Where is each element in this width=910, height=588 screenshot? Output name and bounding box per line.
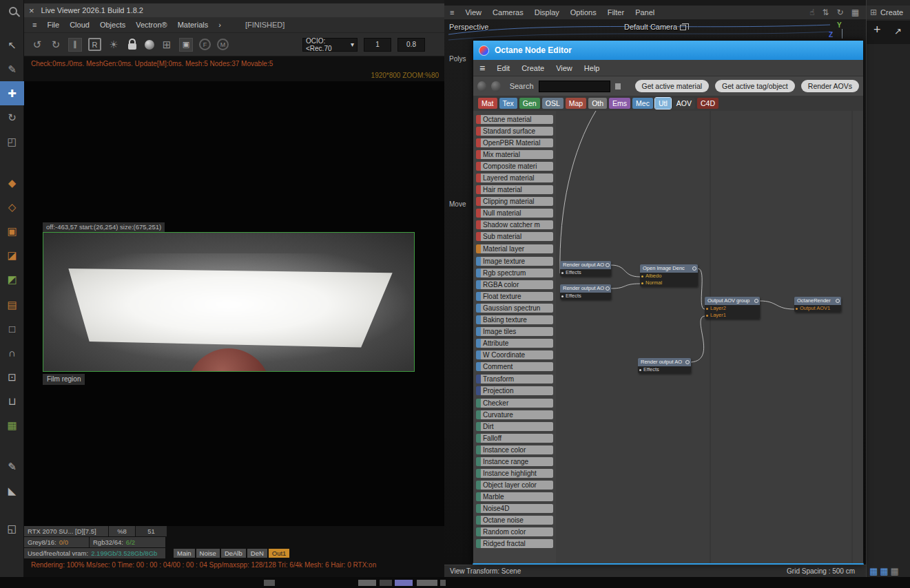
node-editor-menu-view[interactable]: View	[556, 64, 572, 72]
material-ball-icon[interactable]	[145, 40, 154, 50]
pencil-tool[interactable]: ✎	[0, 454, 24, 479]
layout-grid-icon[interactable]: ▦	[869, 566, 878, 576]
tab-mat[interactable]: Mat	[478, 98, 497, 109]
node-type-mix-material[interactable]: Mix material	[476, 150, 553, 159]
tab-osl[interactable]: OSL	[542, 98, 563, 109]
viewport-menu-filter[interactable]: Filter	[608, 8, 624, 17]
arch-object-tool[interactable]: ∩	[0, 341, 24, 365]
ocio-dropdown[interactable]: OCIO:<Rec.70▾	[302, 38, 358, 52]
menu-icon[interactable]: ≡	[32, 21, 37, 29]
material-node-icon[interactable]	[477, 81, 486, 92]
pin-small-tool[interactable]: ◇	[0, 195, 24, 219]
cube-green-object-tool[interactable]: ◩	[0, 267, 24, 291]
dock-item[interactable]	[395, 580, 413, 586]
node-type-openpbr-material[interactable]: OpenPBR Material	[476, 138, 553, 147]
expand-view-button[interactable]: ↗	[894, 26, 902, 36]
pause-icon[interactable]: ∥	[68, 38, 82, 52]
node-type-clipping-material[interactable]: Clipping material	[476, 197, 553, 206]
node-type-baking-texture[interactable]: Baking texture	[476, 315, 553, 324]
node-type-image-tiles[interactable]: Image tiles	[476, 327, 553, 336]
node-port-output-aov1[interactable]: Output AOV1	[794, 305, 841, 312]
node-type-falloff[interactable]: Falloff	[476, 434, 553, 443]
node-type-curvature[interactable]: Curvature	[476, 410, 553, 419]
graph-node-render-output-ao-5[interactable]: Render output AOEffects	[638, 358, 691, 373]
texture-node-icon[interactable]	[491, 81, 500, 92]
node-type-rgba-color[interactable]: RGBA color	[476, 280, 553, 289]
tab-oth[interactable]: Oth	[588, 98, 607, 109]
search-tool[interactable]	[0, 0, 24, 24]
viewport-menu-cameras[interactable]: Cameras	[493, 8, 524, 17]
camera-label[interactable]: Default Camera	[444, 23, 866, 31]
dock-item[interactable]	[264, 580, 275, 586]
node-port-layer1[interactable]: Layer1	[705, 312, 760, 319]
search-input[interactable]	[539, 81, 610, 92]
menu-item-cloud[interactable]: Cloud	[70, 21, 90, 29]
node-type-standard-surface[interactable]: Standard surface	[476, 127, 553, 136]
material-picker-icon[interactable]: M	[217, 39, 229, 50]
node-type-w-coordinate[interactable]: W Coordinate	[476, 350, 553, 359]
pass-button-dealb[interactable]: DeAlb	[221, 549, 246, 558]
graph-node-octanerender-4[interactable]: OctaneRenderOutput AOV1	[794, 297, 841, 312]
node-type-shadow-catcher-m[interactable]: Shadow catcher m	[476, 220, 553, 229]
dolly-icon[interactable]: ⇅	[823, 8, 829, 17]
select-tool[interactable]: ↖	[0, 33, 24, 57]
node-type-noise4d[interactable]: Noise4D	[476, 504, 553, 513]
graph-node-output-aov-group-3[interactable]: Output AOV groupLayer2Layer1	[705, 297, 760, 319]
node-type-material-layer[interactable]: Material layer	[476, 244, 553, 253]
tab-gen[interactable]: Gen	[519, 98, 540, 109]
node-type-layered-material[interactable]: Layered material	[476, 174, 553, 182]
node-port-layer2[interactable]: Layer2	[705, 305, 760, 312]
get-active-tag-object-button[interactable]: Get active tag/object	[715, 80, 795, 92]
camera-link-icon[interactable]	[680, 25, 686, 30]
trowel-tool[interactable]: ◣	[0, 479, 24, 503]
scale-tool[interactable]: ◰	[0, 129, 24, 154]
menu-item-objects[interactable]: Objects	[100, 21, 125, 29]
camera-snapshot-icon[interactable]: ▣	[179, 38, 193, 52]
menu-item-[interactable]: ›	[218, 21, 221, 29]
dock-item[interactable]	[440, 580, 446, 586]
pass-button-noise[interactable]: Noise	[196, 549, 220, 558]
pin-tool[interactable]: ◆	[0, 171, 24, 195]
viewport-menu-display[interactable]: Display	[535, 8, 559, 17]
knife-tool[interactable]: ✎	[0, 57, 24, 81]
frame-select-tool[interactable]: ◱	[0, 516, 24, 540]
cube-outline-tool[interactable]: □	[0, 317, 24, 341]
node-type-null-material[interactable]: Null material	[476, 209, 553, 218]
node-type-instance-color[interactable]: Instance color	[476, 445, 553, 454]
tab-ems[interactable]: Ems	[609, 98, 630, 109]
panel-layout-icon[interactable]: ▦	[851, 8, 859, 17]
node-port-effects[interactable]: Effects	[560, 269, 611, 276]
node-type-float-texture[interactable]: Float texture	[476, 292, 553, 301]
menu-item-vectron[interactable]: Vectron®	[136, 21, 167, 29]
node-type-ridged-fractal[interactable]: Ridged fractal	[476, 539, 553, 548]
node-type-octane-noise[interactable]: Octane noise	[476, 516, 553, 525]
render-area[interactable]: off:-463,57 start:(26,254) size:(675,251…	[24, 81, 444, 526]
graph-node-render-output-ao-0[interactable]: Render output AOEffects	[560, 261, 611, 276]
node-type-sub-material[interactable]: Sub material	[476, 232, 553, 241]
refresh-icon[interactable]: ↻	[50, 39, 62, 51]
tab-c4d[interactable]: C4D	[697, 98, 718, 109]
pass-button-out1[interactable]: Out1	[269, 549, 290, 558]
viewport-menu-view[interactable]: View	[465, 8, 482, 17]
green-stack-tool[interactable]: ▦	[0, 413, 24, 437]
layout-grid3-icon[interactable]: ▦	[891, 566, 899, 576]
tab-map[interactable]: Map	[566, 98, 586, 109]
cube-object-tool[interactable]: ◪	[0, 243, 24, 267]
node-editor-menu-create[interactable]: Create	[521, 64, 544, 72]
node-port-normal[interactable]: Normal	[640, 280, 698, 286]
node-editor-menu-edit[interactable]: Edit	[497, 64, 510, 72]
move-tool[interactable]: ✚	[0, 81, 24, 105]
node-type-marble[interactable]: Marble	[476, 492, 553, 501]
node-type-projection[interactable]: Projection	[476, 386, 553, 395]
pass-button-den[interactable]: DeN	[247, 549, 267, 558]
node-type-rgb-spectrum[interactable]: Rgb spectrum	[476, 269, 553, 277]
node-type-hair-material[interactable]: Hair material	[476, 185, 553, 194]
menu-item-materials[interactable]: Materials	[178, 21, 209, 29]
viewport-menu-icon[interactable]: ≡	[450, 8, 454, 17]
node-editor-titlebar[interactable]: Octane Node Editor	[473, 41, 863, 60]
node-editor-menu-icon[interactable]: ≡	[479, 63, 485, 74]
dice-object-tool[interactable]: ⊡	[0, 365, 24, 389]
viewport-menu-panel[interactable]: Panel	[635, 8, 654, 17]
node-type-octane-material[interactable]: Octane material	[476, 115, 553, 124]
node-port-effects[interactable]: Effects	[560, 293, 611, 300]
